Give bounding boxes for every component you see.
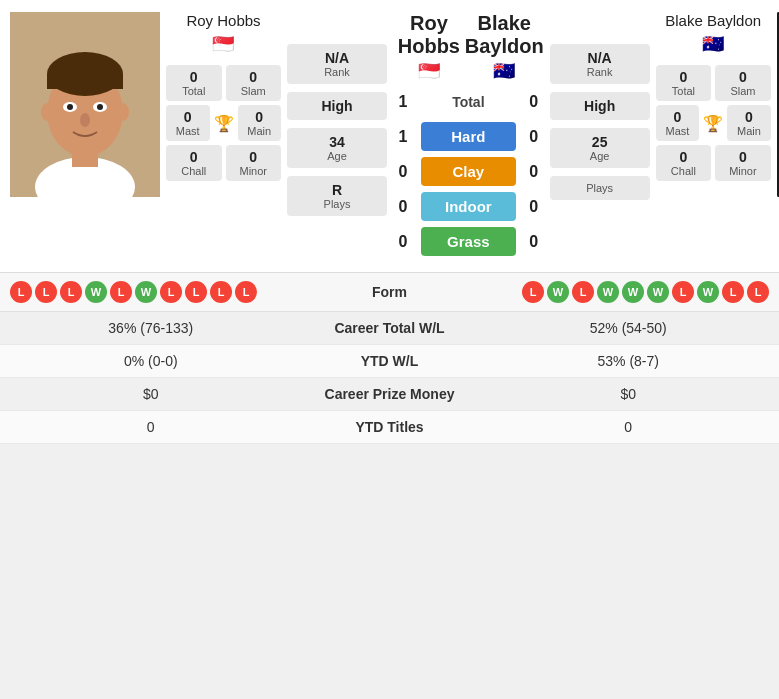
left-plays-label: Plays <box>295 198 379 210</box>
right-player-name: Blake Bayldon <box>665 12 761 29</box>
right-total-cell: 0 Total <box>656 65 712 101</box>
right-plays-label: Plays <box>558 182 642 194</box>
right-rank-value: N/A <box>558 50 642 66</box>
form-badge-L: L <box>35 281 57 303</box>
career-wl-row: 36% (76-133) Career Total W/L 52% (54-50… <box>0 312 779 345</box>
right-total-slam-row: 0 Total 0 Slam <box>656 65 771 101</box>
left-plays-value: R <box>295 182 379 198</box>
left-hard-score: 1 <box>393 128 413 146</box>
right-hard-score: 0 <box>524 128 544 146</box>
form-label: Form <box>330 284 450 300</box>
total-label: Total <box>421 88 516 116</box>
svg-point-12 <box>41 103 53 121</box>
right-indoor-score: 0 <box>524 198 544 216</box>
bottom-section: LLLWLWLLLL Form LWLWWWLWLL 36% (76-133) … <box>0 272 779 444</box>
left-indoor-score: 0 <box>393 198 413 216</box>
right-age-value: 25 <box>558 134 642 150</box>
ytd-wl-row: 0% (0-0) YTD W/L 53% (8-7) <box>0 345 779 378</box>
left-player-flag: 🇸🇬 <box>186 33 260 55</box>
right-total-score: 0 <box>524 93 544 111</box>
left-high-card: High <box>287 92 387 120</box>
left-chall-cell: 0 Chall <box>166 145 222 181</box>
grass-row: 0 Grass 0 <box>393 227 544 256</box>
left-rank-cards: N/A Rank High 34 Age R Plays <box>287 44 387 220</box>
right-minor-cell: 0 Minor <box>715 145 771 181</box>
right-career-prize: $0 <box>490 386 768 402</box>
center-scores-section: Roy Hobbs 🇸🇬 Blake Bayldon 🇦🇺 1 Total 0 <box>393 12 544 262</box>
left-plays-card: R Plays <box>287 176 387 216</box>
form-badge-L: L <box>10 281 32 303</box>
left-age-label: Age <box>295 150 379 162</box>
left-total-label: Total <box>170 85 218 97</box>
svg-point-11 <box>80 113 90 127</box>
left-chall-label: Chall <box>170 165 218 177</box>
right-ytd-wl: 53% (8-7) <box>490 353 768 369</box>
form-badge-L: L <box>572 281 594 303</box>
form-badge-L: L <box>60 281 82 303</box>
right-rank-label: Rank <box>558 66 642 78</box>
right-main-label: Main <box>731 125 767 137</box>
clay-row: 0 Clay 0 <box>393 157 544 186</box>
right-chall-value: 0 <box>660 149 708 165</box>
top-section: Roy Hobbs 🇸🇬 0 Total 0 Slam 0 Mast <box>0 0 779 272</box>
right-minor-label: Minor <box>719 165 767 177</box>
left-total-slam-row: 0 Total 0 Slam <box>166 65 281 101</box>
right-age-card: 25 Age <box>550 128 650 168</box>
right-main-value: 0 <box>731 109 767 125</box>
form-badge-W: W <box>622 281 644 303</box>
ytd-wl-label: YTD W/L <box>290 353 490 369</box>
left-chall-value: 0 <box>170 149 218 165</box>
right-total-label: Total <box>660 85 708 97</box>
left-total-value: 0 <box>170 69 218 85</box>
right-career-wl: 52% (54-50) <box>490 320 768 336</box>
form-badge-L: L <box>522 281 544 303</box>
center-left-name: Roy Hobbs 🇸🇬 <box>393 12 465 82</box>
indoor-label: Indoor <box>421 192 516 221</box>
form-badge-W: W <box>135 281 157 303</box>
left-mast-cell: 0 Mast <box>166 105 210 141</box>
form-badge-W: W <box>647 281 669 303</box>
right-minor-value: 0 <box>719 149 767 165</box>
left-mast-value: 0 <box>170 109 206 125</box>
right-age-label: Age <box>558 150 642 162</box>
right-slam-label: Slam <box>719 85 767 97</box>
right-player-flag: 🇦🇺 <box>665 33 761 55</box>
left-minor-label: Minor <box>230 165 278 177</box>
left-mast-label: Mast <box>170 125 206 137</box>
ytd-titles-row: 0 YTD Titles 0 <box>0 411 779 444</box>
left-ytd-wl: 0% (0-0) <box>12 353 290 369</box>
form-badge-L: L <box>210 281 232 303</box>
form-badge-L: L <box>672 281 694 303</box>
indoor-row: 0 Indoor 0 <box>393 192 544 221</box>
form-badge-L: L <box>110 281 132 303</box>
form-badge-W: W <box>547 281 569 303</box>
right-form-badges: LWLWWWLWLL <box>450 281 770 303</box>
right-rank-cards: N/A Rank High 25 Age Plays <box>550 44 650 204</box>
form-badge-W: W <box>85 281 107 303</box>
left-slam-value: 0 <box>230 69 278 85</box>
form-badge-L: L <box>160 281 182 303</box>
left-form-badges: LLLWLWLLLL <box>10 281 330 303</box>
left-slam-cell: 0 Slam <box>226 65 282 101</box>
form-badge-W: W <box>597 281 619 303</box>
left-career-wl: 36% (76-133) <box>12 320 290 336</box>
left-trophy-icon: 🏆 <box>214 114 234 133</box>
left-player-photo <box>10 12 160 197</box>
form-row: LLLWLWLLLL Form LWLWWWLWLL <box>0 273 779 312</box>
right-ytd-titles: 0 <box>490 419 768 435</box>
left-ytd-titles: 0 <box>12 419 290 435</box>
right-rank-card: N/A Rank <box>550 44 650 84</box>
hard-row: 1 Hard 0 <box>393 122 544 151</box>
form-badge-L: L <box>747 281 769 303</box>
right-mast-cell: 0 Mast <box>656 105 700 141</box>
right-mast-label: Mast <box>660 125 696 137</box>
left-career-prize: $0 <box>12 386 290 402</box>
right-plays-card: Plays <box>550 176 650 200</box>
svg-rect-6 <box>47 74 123 89</box>
center-right-name: Blake Bayldon 🇦🇺 <box>465 12 544 82</box>
right-total-value: 0 <box>660 69 708 85</box>
left-rank-card: N/A Rank <box>287 44 387 84</box>
left-player-info: Roy Hobbs 🇸🇬 0 Total 0 Slam 0 Mast <box>166 12 281 185</box>
center-names-row: Roy Hobbs 🇸🇬 Blake Bayldon 🇦🇺 <box>393 12 544 82</box>
left-minor-cell: 0 Minor <box>226 145 282 181</box>
